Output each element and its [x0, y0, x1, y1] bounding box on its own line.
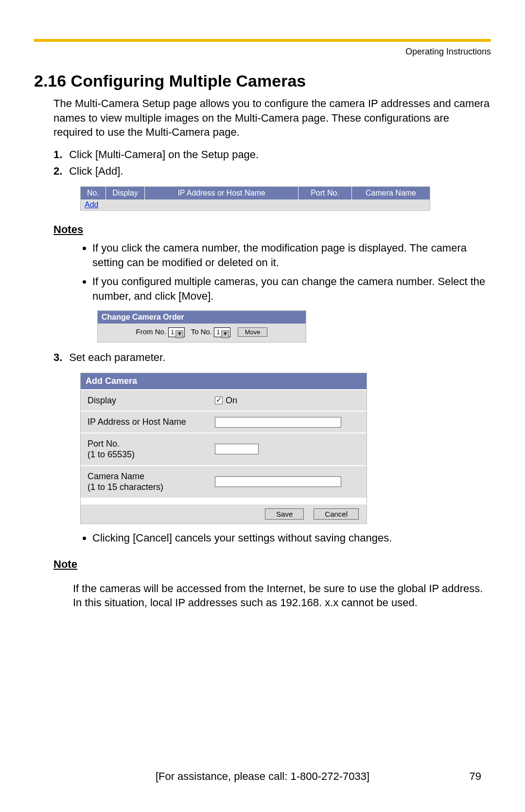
step-3-num: 3.: [53, 351, 66, 364]
col-ip: IP Address or Host Name: [145, 187, 298, 199]
notes-heading: Notes: [53, 223, 491, 236]
ip-label: IP Address or Host Name: [81, 412, 212, 433]
col-no: No.: [81, 187, 106, 199]
add-camera-panel: Add Camera Display On IP Address or Host…: [80, 373, 367, 524]
add-link[interactable]: Add: [85, 200, 98, 209]
move-button[interactable]: Move: [238, 327, 268, 337]
step-3-text: Set each parameter.: [69, 351, 165, 363]
display-label: Display: [81, 390, 212, 411]
step-1: 1. Click [Multi-Camera] on the Setup pag…: [53, 148, 491, 161]
intro-paragraph: The Multi-Camera Setup page allows you t…: [34, 96, 491, 140]
cameras-table: No. Display IP Address or Host Name Port…: [80, 186, 430, 211]
note-item-1: If you click the camera number, the modi…: [92, 241, 491, 270]
change-order-title: Change Camera Order: [98, 311, 306, 324]
to-label: To No.: [191, 327, 212, 336]
cameras-table-header: No. Display IP Address or Host Name Port…: [81, 187, 430, 199]
from-label: From No.: [136, 327, 167, 336]
camera-name-label: Camera Name: [88, 471, 144, 481]
camera-name-hint: (1 to 15 characters): [88, 482, 163, 492]
add-row: Add: [81, 199, 430, 210]
doc-label: Operating Instructions: [34, 47, 491, 57]
step-2-num: 2.: [53, 165, 66, 178]
from-select[interactable]: 1▼: [168, 327, 185, 337]
chevron-down-icon: ▼: [221, 330, 229, 338]
panel-divider: [81, 498, 367, 505]
from-select-value: 1: [171, 328, 174, 336]
note-body: If the cameras will be accessed from the…: [34, 581, 491, 610]
port-input[interactable]: [215, 444, 259, 454]
camera-name-input[interactable]: [215, 476, 341, 487]
section-title: 2.16 Configuring Multiple Cameras: [34, 72, 491, 90]
step-1-text: Click [Multi-Camera] on the Setup page.: [69, 148, 259, 161]
display-checkbox[interactable]: [215, 397, 223, 404]
note-heading: Note: [53, 558, 491, 571]
ip-input[interactable]: [215, 417, 341, 428]
col-port: Port No.: [298, 187, 352, 199]
change-order-body: From No. 1▼ To No. 1▼ Move: [98, 324, 306, 342]
footer-assist: [For assistance, please call: 1-800-272-…: [0, 770, 525, 783]
port-hint: (1 to 65535): [88, 450, 135, 459]
cancel-button[interactable]: Cancel: [314, 508, 359, 520]
save-button[interactable]: Save: [265, 508, 304, 520]
step-2-text: Click [Add].: [69, 165, 123, 177]
to-select[interactable]: 1▼: [214, 327, 230, 337]
col-display: Display: [106, 187, 145, 199]
step-3: 3. Set each parameter.: [53, 351, 491, 364]
to-select-value: 1: [216, 328, 220, 336]
col-camera: Camera Name: [352, 187, 430, 199]
add-camera-title: Add Camera: [81, 373, 367, 389]
chevron-down-icon: ▼: [175, 330, 183, 338]
step-1-num: 1.: [53, 148, 66, 161]
change-order-panel: Change Camera Order From No. 1▼ To No. 1…: [97, 310, 306, 343]
page-number: 79: [470, 770, 481, 783]
port-label: Port No.: [88, 439, 120, 449]
top-rule: [34, 39, 491, 42]
note-item-2: If you configured multiple cameras, you …: [92, 274, 491, 303]
display-on-label: On: [226, 396, 237, 406]
cancel-note: Clicking [Cancel] cancels your settings …: [92, 531, 491, 545]
step-2: 2. Click [Add].: [53, 165, 491, 178]
